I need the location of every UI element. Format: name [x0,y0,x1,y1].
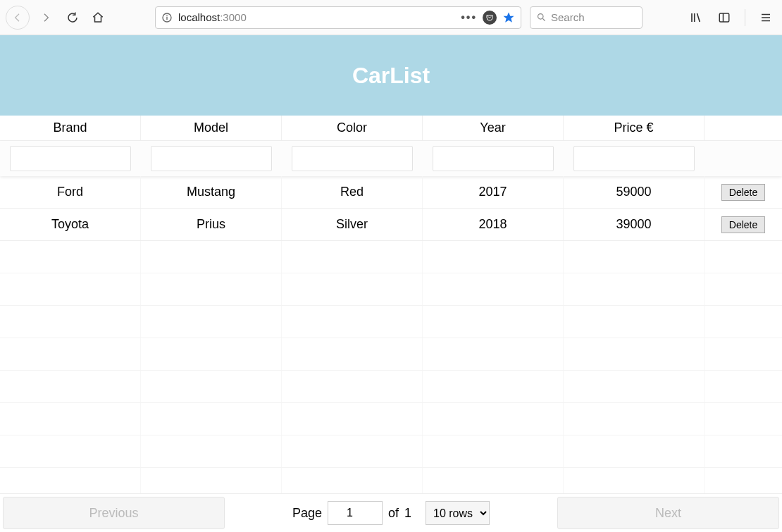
empty-row [0,241,782,273]
library-button[interactable] [685,7,707,28]
column-header-action [705,116,782,140]
empty-row [0,338,782,371]
page-title: CarList [352,63,430,89]
url-text: localhost:3000 [178,11,455,23]
car-table: Brand Model Color Year Price € Ford Must… [0,116,782,500]
url-host: localhost [178,11,220,23]
previous-button[interactable]: Previous [3,497,225,529]
filter-input-price[interactable] [573,146,695,171]
home-button[interactable] [87,7,108,28]
menu-button[interactable] [755,7,776,28]
forward-button[interactable] [34,6,58,30]
cell-price: 59000 [564,176,705,208]
arrow-left-icon [12,12,23,23]
url-port: :3000 [220,11,247,23]
svg-point-2 [166,14,168,16]
column-header-year[interactable]: Year [423,116,564,140]
empty-row [0,403,782,435]
page-label: Page [292,506,322,521]
sidebar-button[interactable] [714,7,735,28]
more-icon[interactable]: ••• [461,11,477,24]
filter-input-model[interactable] [151,146,273,171]
pagination-bar: Previous Page of 1 10 rows Next [0,493,782,532]
cell-brand: Ford [0,176,141,208]
reload-button[interactable] [62,7,83,28]
cell-model: Prius [141,209,282,240]
filter-input-year[interactable] [433,146,554,171]
url-bar[interactable]: localhost:3000 ••• [155,6,521,29]
cell-price: 39000 [564,209,705,240]
page-number-input[interactable] [328,501,383,525]
table-filter-row [0,141,782,176]
arrow-right-icon [40,12,51,23]
table-row: Toyota Prius Silver 2018 39000 Delete [0,209,782,241]
app-header: CarList [0,35,782,116]
delete-button[interactable]: Delete [721,184,765,201]
svg-rect-5 [719,13,729,22]
rows-per-page-select[interactable]: 10 rows [426,501,490,525]
column-header-model[interactable]: Model [141,116,282,140]
bookmark-star-icon[interactable] [502,11,515,24]
column-header-brand[interactable]: Brand [0,116,141,140]
total-pages: 1 [404,506,411,521]
search-icon [536,12,547,23]
cell-year: 2018 [423,209,564,240]
back-button[interactable] [6,6,30,30]
cell-color: Red [282,176,423,208]
filter-input-brand[interactable] [10,146,132,171]
pocket-icon[interactable] [483,11,497,25]
home-icon [92,11,104,24]
column-header-color[interactable]: Color [282,116,423,140]
library-icon [690,11,702,24]
browser-search-box[interactable]: Search [530,6,643,29]
delete-button[interactable]: Delete [721,216,765,233]
empty-row [0,435,782,468]
cell-brand: Toyota [0,209,141,240]
divider [745,9,745,26]
empty-row [0,306,782,338]
next-button[interactable]: Next [557,497,779,529]
sidebar-icon [718,11,731,24]
cell-model: Mustang [141,176,282,208]
browser-toolbar: localhost:3000 ••• Search [0,0,782,35]
cell-color: Silver [282,209,423,240]
empty-row [0,273,782,306]
search-placeholder: Search [551,11,585,23]
column-header-price[interactable]: Price € [564,116,705,140]
hamburger-icon [759,11,772,24]
svg-point-3 [538,14,544,20]
cell-year: 2017 [423,176,564,208]
info-icon [161,12,173,23]
filter-input-color[interactable] [292,146,414,171]
table-row: Ford Mustang Red 2017 59000 Delete [0,176,782,209]
of-label: of [388,506,399,521]
table-header-row: Brand Model Color Year Price € [0,116,782,141]
reload-icon [66,11,79,24]
svg-line-4 [542,18,545,20]
empty-row [0,371,782,403]
